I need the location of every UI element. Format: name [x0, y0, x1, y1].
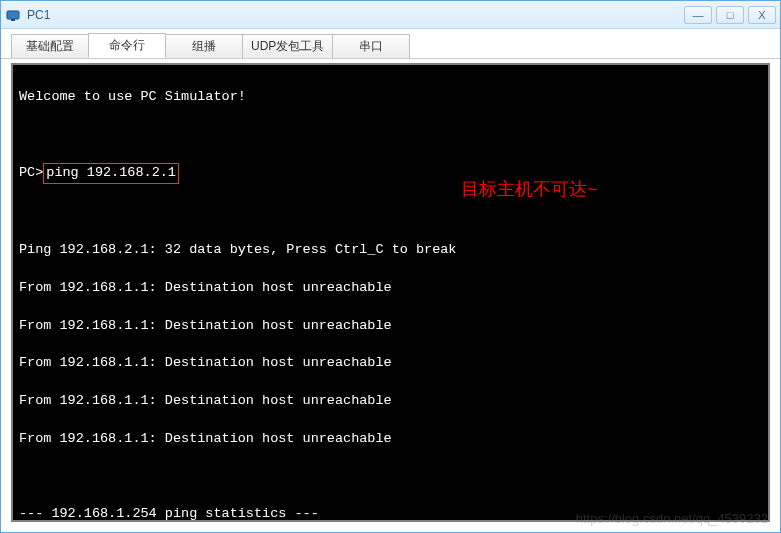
svg-rect-1: [11, 19, 15, 21]
terminal-line: [19, 203, 762, 222]
terminal-prompt-line: PC>ping 192.168.2.1: [19, 163, 762, 184]
terminal-line: From 192.168.1.1: Destination host unrea…: [19, 430, 762, 449]
terminal-line: From 192.168.1.1: Destination host unrea…: [19, 317, 762, 336]
minimize-button[interactable]: —: [684, 6, 712, 24]
command-highlight-box: ping 192.168.2.1: [43, 163, 179, 184]
tab-basic-config[interactable]: 基础配置: [11, 34, 89, 58]
terminal-line: Welcome to use PC Simulator!: [19, 88, 762, 107]
tab-udp-tool[interactable]: UDP发包工具: [242, 34, 333, 58]
prompt: PC>: [19, 165, 43, 180]
terminal-line: --- 192.168.1.254 ping statistics ---: [19, 505, 762, 522]
tab-command-line[interactable]: 命令行: [88, 33, 166, 58]
close-button[interactable]: X: [748, 6, 776, 24]
svg-rect-0: [7, 11, 19, 19]
tab-multicast[interactable]: 组播: [165, 34, 243, 58]
maximize-icon: □: [727, 9, 734, 21]
terminal-line: From 192.168.1.1: Destination host unrea…: [19, 354, 762, 373]
terminal-line: [19, 468, 762, 487]
app-icon: [5, 7, 21, 23]
app-window: PC1 — □ X 基础配置 命令行 组播 UDP发包工具 串口 Welcome…: [0, 0, 781, 533]
minimize-icon: —: [693, 9, 704, 21]
titlebar: PC1 — □ X: [1, 1, 780, 29]
tab-serial[interactable]: 串口: [332, 34, 410, 58]
maximize-button[interactable]: □: [716, 6, 744, 24]
window-title: PC1: [27, 8, 684, 22]
command-text: ping 192.168.2.1: [46, 165, 176, 180]
annotation-text: 目标主机不可达~: [461, 177, 598, 202]
terminal-output[interactable]: Welcome to use PC Simulator! PC>ping 192…: [11, 63, 770, 522]
terminal-line: From 192.168.1.1: Destination host unrea…: [19, 392, 762, 411]
terminal-line: From 192.168.1.1: Destination host unrea…: [19, 279, 762, 298]
terminal-line: Ping 192.168.2.1: 32 data bytes, Press C…: [19, 241, 762, 260]
terminal-line: [19, 126, 762, 145]
window-controls: — □ X: [684, 6, 776, 24]
tab-bar: 基础配置 命令行 组播 UDP发包工具 串口: [1, 29, 780, 59]
close-icon: X: [758, 9, 765, 21]
